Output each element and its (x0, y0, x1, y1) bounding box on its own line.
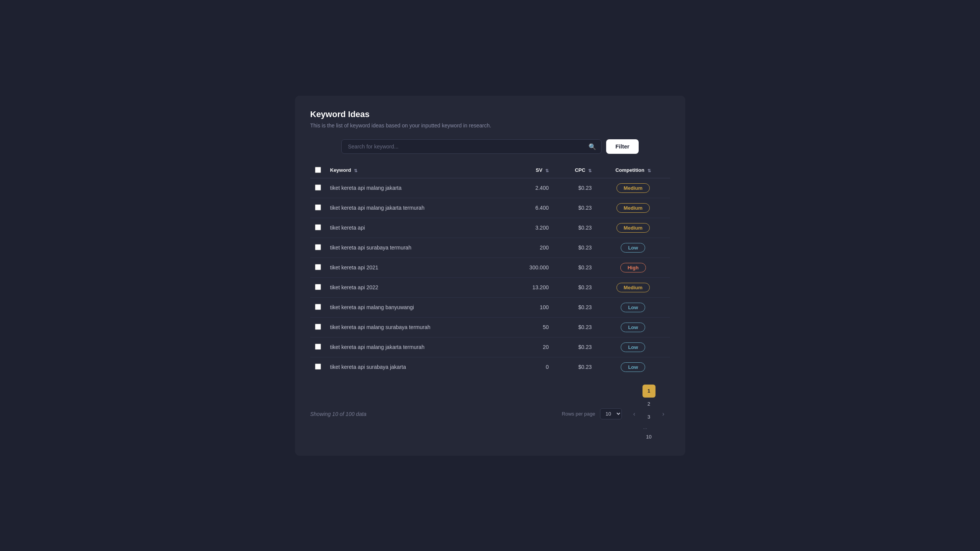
row-competition: Low (596, 238, 670, 258)
row-competition: Medium (596, 178, 670, 198)
row-checkbox-cell (310, 297, 326, 317)
row-cpc: $0.23 (553, 198, 596, 218)
page-button-10[interactable]: 10 (642, 430, 656, 443)
row-cpc: $0.23 (553, 297, 596, 317)
page-button-1[interactable]: 1 (642, 385, 656, 398)
row-sv: 100 (506, 297, 553, 317)
row-checkbox-cell (310, 218, 326, 238)
table-row: tiket kereta api 3.200 $0.23 Medium (310, 218, 670, 238)
row-checkbox-0[interactable] (315, 184, 321, 191)
row-competition: Medium (596, 218, 670, 238)
row-competition: Low (596, 337, 670, 357)
table-row: tiket kereta api 2022 13.200 $0.23 Mediu… (310, 277, 670, 297)
row-keyword: tiket kereta api malang jakarta termurah (326, 337, 506, 357)
row-keyword: tiket kereta api 2021 (326, 258, 506, 277)
select-all-checkbox[interactable] (315, 167, 321, 173)
row-cpc: $0.23 (553, 357, 596, 377)
row-keyword: tiket kereta api 2022 (326, 277, 506, 297)
rows-per-page-label: Rows per page (562, 411, 595, 417)
pagination-area: Rows per page 5102050 ‹ 123...10 › (562, 385, 670, 443)
toolbar: 🔍 Filter (310, 139, 670, 154)
competition-badge: Medium (616, 283, 650, 292)
row-cpc: $0.23 (553, 277, 596, 297)
row-sv: 3.200 (506, 218, 553, 238)
row-sv: 13.200 (506, 277, 553, 297)
row-checkbox-5[interactable] (315, 284, 321, 290)
row-cpc: $0.23 (553, 238, 596, 258)
row-competition: Medium (596, 277, 670, 297)
competition-badge: Low (621, 303, 645, 312)
row-checkbox-cell (310, 198, 326, 218)
row-competition: Low (596, 297, 670, 317)
sort-cpc-icon[interactable]: ⇅ (588, 168, 592, 173)
row-cpc: $0.23 (553, 178, 596, 198)
row-sv: 50 (506, 317, 553, 337)
filter-button[interactable]: Filter (606, 139, 639, 154)
row-sv: 200 (506, 238, 553, 258)
row-cpc: $0.23 (553, 337, 596, 357)
row-sv: 2.400 (506, 178, 553, 198)
page-dots: ... (642, 424, 648, 430)
page-number-buttons: 123...10 (642, 385, 656, 443)
prev-page-button[interactable]: ‹ (628, 408, 641, 421)
table-body: tiket kereta api malang jakarta 2.400 $0… (310, 178, 670, 377)
search-input[interactable] (341, 139, 602, 154)
row-checkbox-7[interactable] (315, 324, 321, 330)
header-sv: SV ⇅ (506, 163, 553, 178)
row-checkbox-cell (310, 238, 326, 258)
sort-sv-icon[interactable]: ⇅ (545, 168, 549, 173)
header-cpc: CPC ⇅ (553, 163, 596, 178)
row-cpc: $0.23 (553, 218, 596, 238)
row-checkbox-1[interactable] (315, 204, 321, 210)
sort-competition-icon[interactable]: ⇅ (647, 168, 651, 173)
row-keyword: tiket kereta api malang surabaya termura… (326, 317, 506, 337)
showing-text: Showing 10 of 100 data (310, 411, 367, 417)
row-keyword: tiket kereta api surabaya jakarta (326, 357, 506, 377)
row-competition: High (596, 258, 670, 277)
row-keyword: tiket kereta api malang jakarta (326, 178, 506, 198)
competition-badge: Low (621, 362, 645, 372)
row-keyword: tiket kereta api malang banyuwangi (326, 297, 506, 317)
table-row: tiket kereta api 2021 300.000 $0.23 High (310, 258, 670, 277)
pagination-buttons: ‹ 123...10 › (628, 385, 670, 443)
table-row: tiket kereta api malang jakarta termurah… (310, 198, 670, 218)
table-row: tiket kereta api malang jakarta termurah… (310, 337, 670, 357)
page-subtitle: This is the list of keyword ideas based … (310, 122, 670, 129)
sort-keyword-icon[interactable]: ⇅ (354, 168, 357, 173)
table-row: tiket kereta api malang surabaya termura… (310, 317, 670, 337)
row-checkbox-4[interactable] (315, 264, 321, 270)
next-page-button[interactable]: › (657, 408, 670, 421)
table-header-row: Keyword ⇅ SV ⇅ CPC ⇅ Competition ⇅ (310, 163, 670, 178)
row-checkbox-cell (310, 357, 326, 377)
row-checkbox-cell (310, 317, 326, 337)
row-checkbox-cell (310, 337, 326, 357)
row-sv: 300.000 (506, 258, 553, 277)
row-checkbox-9[interactable] (315, 364, 321, 370)
table-row: tiket kereta api malang jakarta 2.400 $0… (310, 178, 670, 198)
row-sv: 20 (506, 337, 553, 357)
page-button-2[interactable]: 2 (642, 398, 656, 411)
row-checkbox-6[interactable] (315, 304, 321, 310)
search-wrapper: 🔍 (341, 139, 602, 154)
row-checkbox-8[interactable] (315, 344, 321, 350)
competition-badge: High (620, 263, 646, 272)
row-keyword: tiket kereta api surabaya termurah (326, 238, 506, 258)
competition-badge: Medium (616, 183, 650, 193)
table-footer: Showing 10 of 100 data Rows per page 510… (310, 385, 670, 443)
row-checkbox-3[interactable] (315, 244, 321, 250)
keyword-table: Keyword ⇅ SV ⇅ CPC ⇅ Competition ⇅ (310, 163, 670, 377)
keyword-ideas-card: Keyword Ideas This is the list of keywor… (295, 96, 685, 456)
row-checkbox-cell (310, 178, 326, 198)
page-button-3[interactable]: 3 (642, 411, 656, 424)
table-row: tiket kereta api malang banyuwangi 100 $… (310, 297, 670, 317)
rows-per-page-select[interactable]: 5102050 (600, 408, 622, 419)
header-keyword: Keyword ⇅ (326, 163, 506, 178)
competition-badge: Low (621, 323, 645, 332)
row-checkbox-2[interactable] (315, 224, 321, 230)
row-checkbox-cell (310, 258, 326, 277)
header-checkbox-cell (310, 163, 326, 178)
header-competition: Competition ⇅ (596, 163, 670, 178)
row-competition: Low (596, 317, 670, 337)
row-competition: Low (596, 357, 670, 377)
competition-badge: Medium (616, 203, 650, 213)
